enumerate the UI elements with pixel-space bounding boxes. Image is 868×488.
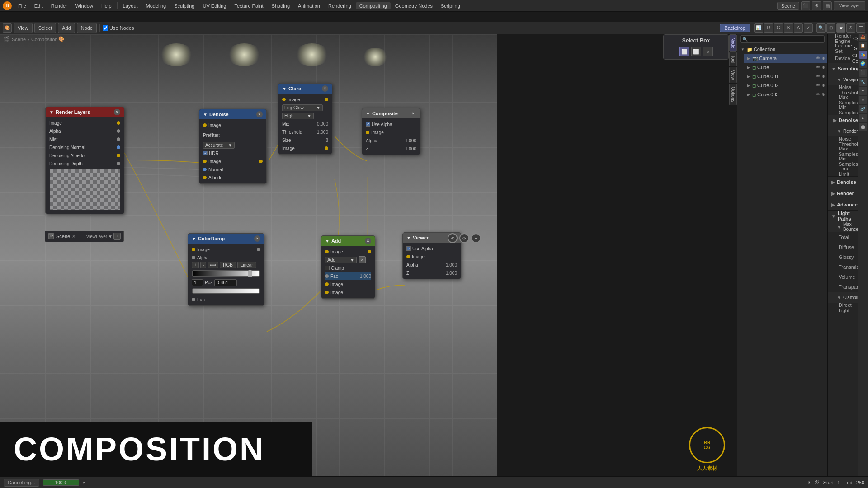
- add-type-dropdown[interactable]: Add ▼: [325, 257, 357, 263]
- backdrop-icon5[interactable]: A: [794, 23, 803, 33]
- cr-fac-out-socket[interactable]: [257, 248, 260, 251]
- zoom-icon[interactable]: 🔍: [816, 23, 826, 33]
- viewer-icon-1[interactable]: ⟲: [448, 233, 458, 243]
- object-props-icon[interactable]: ⬛: [859, 69, 867, 77]
- add-type-extra[interactable]: ×: [359, 256, 366, 263]
- node-colorramp[interactable]: ▼ ColorRamp × Image Alpha + - ⟺ RGB Line…: [188, 233, 264, 306]
- denoise-props-header[interactable]: ▶ Denoise: [828, 177, 858, 188]
- add-image-out-socket[interactable]: [368, 250, 371, 253]
- composite-close[interactable]: ×: [410, 110, 416, 117]
- node-editor[interactable]: ▼ Render Layers × Image Alpha Mist Denoi…: [0, 34, 497, 488]
- cr-image-in-socket[interactable]: [192, 248, 195, 251]
- menu-geometry-nodes[interactable]: Geometry Nodes: [392, 2, 436, 9]
- add-btn[interactable]: Add: [58, 23, 75, 33]
- outliner-item-cube003[interactable]: ▶ ◻ Cube.003 👁 🖱: [744, 90, 827, 99]
- menu-render[interactable]: Render: [47, 2, 71, 9]
- node-glare[interactable]: ▼ Glare × Image Fog Glow ▼ High ▼: [278, 83, 332, 155]
- glare-close[interactable]: ×: [322, 85, 328, 92]
- outliner-item-cube001[interactable]: ▶ ◻ Cube.001 👁 🖱: [744, 72, 827, 81]
- light-paths-header[interactable]: ▼ Light Paths: [828, 211, 858, 221]
- menu-texture-paint[interactable]: Texture Paint: [231, 2, 267, 9]
- breadcrumb-scene[interactable]: Scene: [12, 37, 26, 42]
- select-box-icon-dotted[interactable]: ⬜: [691, 47, 701, 56]
- node-render-layers[interactable]: ▼ Render Layers × Image Alpha Mist Denoi…: [45, 107, 124, 214]
- cr-add-btn[interactable]: +: [192, 262, 199, 268]
- use-nodes-toggle[interactable]: Use Nodes: [103, 25, 134, 31]
- menu-edit[interactable]: Edit: [31, 2, 47, 9]
- viewer-use-alpha-cb[interactable]: ✓: [406, 246, 411, 251]
- extra-icon[interactable]: ☰: [856, 23, 865, 33]
- sampling-header[interactable]: ▼ Sampling: [828, 63, 858, 74]
- rl-denalb-socket[interactable]: [117, 154, 120, 157]
- stab-tool[interactable]: Tool: [729, 52, 737, 66]
- select-btn[interactable]: Select: [34, 23, 57, 33]
- den-hdr-row[interactable]: ✓ HDR: [203, 149, 263, 157]
- physics-props-icon[interactable]: ⚛: [859, 96, 867, 104]
- menu-file[interactable]: File: [14, 2, 30, 9]
- glare-image-in-socket[interactable]: [282, 98, 286, 101]
- rl-dendep-socket[interactable]: [117, 162, 120, 165]
- cr-interp-dropdown[interactable]: Linear: [237, 262, 256, 268]
- add-image-in-socket[interactable]: [325, 250, 329, 253]
- cr-index-input[interactable]: [192, 279, 203, 286]
- glare-quality-dropdown[interactable]: High ▼: [282, 113, 314, 119]
- stab-options[interactable]: Options: [729, 84, 737, 105]
- material-props-icon[interactable]: ⬤: [859, 123, 867, 131]
- menu-uv-editing[interactable]: UV Editing: [199, 2, 230, 9]
- stab-node[interactable]: Node: [729, 34, 737, 52]
- menu-shading[interactable]: Shading: [268, 2, 293, 9]
- menu-animation[interactable]: Animation: [294, 2, 324, 9]
- den-image-socket[interactable]: [203, 160, 207, 163]
- denoise-header[interactable]: ▼ Denoise ×: [199, 109, 266, 119]
- max-bounces-sub-header[interactable]: ▼ Max Bounces: [828, 221, 858, 232]
- settings-icon[interactable]: ⚙: [812, 1, 821, 10]
- view-layer-props-icon[interactable]: 📋: [859, 42, 867, 50]
- timing-icon[interactable]: ⏱: [846, 23, 855, 33]
- menu-modeling[interactable]: Modeling: [142, 2, 170, 9]
- outliner-item-camera[interactable]: ▶ 📷 Camera 👁 🖱: [744, 54, 827, 63]
- cr-mode-dropdown[interactable]: RGB: [220, 262, 236, 268]
- outliner-search-input[interactable]: [740, 35, 825, 43]
- world-props-icon[interactable]: 🌍: [859, 60, 867, 68]
- constraints-props-icon[interactable]: 🔗: [859, 105, 867, 113]
- den-image-out-socket[interactable]: [259, 160, 263, 163]
- menu-sculpting[interactable]: Sculpting: [170, 2, 198, 9]
- viewer-icon-2[interactable]: ⟳: [459, 233, 469, 243]
- render-props-header[interactable]: ▶ Render: [828, 188, 858, 199]
- cr-pos-value-input[interactable]: [214, 279, 237, 286]
- stab-view[interactable]: View: [729, 67, 737, 83]
- particles-props-icon[interactable]: ✦: [859, 87, 867, 95]
- node-denoise[interactable]: ▼ Denoise × Image Prefilter: Accurate ▼ …: [199, 109, 267, 184]
- backdrop-icon2[interactable]: R: [764, 23, 773, 33]
- clamping-sub-header[interactable]: ▼ Clamping: [828, 292, 858, 303]
- rl-alpha-socket[interactable]: [117, 129, 120, 133]
- node-add[interactable]: ▼ Add × Image Add ▼ × Clamp: [321, 235, 375, 299]
- add-clamp-cb[interactable]: [325, 266, 330, 270]
- menu-help[interactable]: Help: [98, 2, 115, 9]
- viewer-icon-3[interactable]: ●: [471, 233, 481, 243]
- comp-use-alpha-cb[interactable]: ✓: [366, 122, 370, 127]
- den-normal-socket[interactable]: [203, 168, 207, 171]
- glare-type-dropdown[interactable]: Fog Glow ▼: [282, 104, 323, 111]
- cr-handle[interactable]: [248, 270, 252, 277]
- outliner-item-cube[interactable]: ▶ ◻ Cube 👁 🖱: [744, 63, 827, 72]
- cr-alpha-in-socket[interactable]: [192, 256, 195, 259]
- rl-footer-close[interactable]: ×: [72, 233, 75, 239]
- den-prefilter-dropdown[interactable]: Accurate ▼: [203, 142, 235, 149]
- add-clamp-row[interactable]: Clamp: [325, 264, 371, 272]
- viewer-image-socket[interactable]: [406, 255, 410, 258]
- den-image-in-socket[interactable]: [203, 123, 207, 127]
- menu-layout[interactable]: Layout: [119, 2, 142, 9]
- menu-window[interactable]: Window: [72, 2, 97, 9]
- colorramp-close[interactable]: ×: [254, 235, 260, 242]
- cr-gradient-bar[interactable]: [192, 270, 260, 277]
- comp-use-alpha-row[interactable]: ✓ Use Alpha: [366, 120, 416, 128]
- menu-scripting[interactable]: Scripting: [437, 2, 464, 9]
- snap-icon[interactable]: ⊞: [826, 23, 835, 33]
- rl-image-socket[interactable]: [117, 121, 120, 125]
- add-close[interactable]: ×: [365, 238, 371, 244]
- node-btn[interactable]: Node: [77, 23, 97, 33]
- denoise-section-header[interactable]: ▶ Denoise: [828, 115, 858, 126]
- backdrop-icon3[interactable]: G: [774, 23, 783, 33]
- glare-image-output-socket[interactable]: [325, 146, 328, 150]
